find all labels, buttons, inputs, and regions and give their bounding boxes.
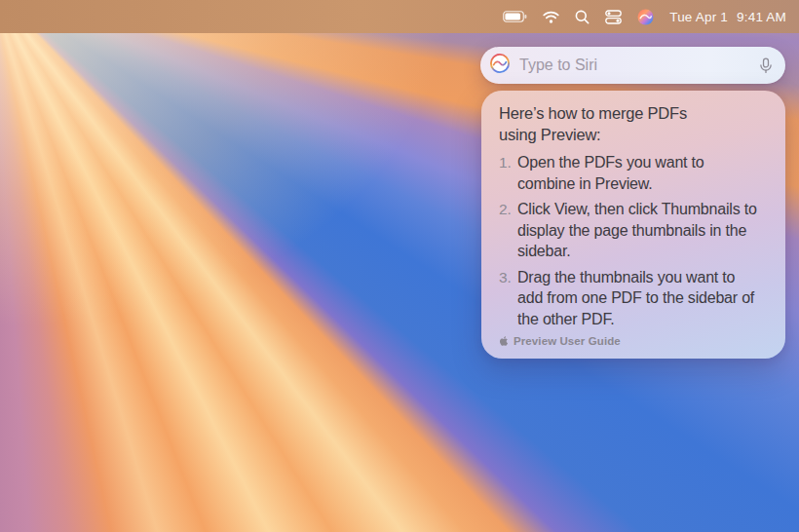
list-item: 2. Click View, then click Thumbnails to … [499,199,769,262]
menu-bar-date: Tue Apr 1 [669,10,728,24]
step-number: 2. [499,199,517,262]
menu-bar-time: 9:41 AM [737,10,786,24]
spotlight-search-icon[interactable] [575,10,590,24]
list-item: 3. Drag the thumbnails you want to add f… [499,267,769,330]
list-item: 1. Open the PDFs you want to combine in … [499,152,769,194]
siri-icon[interactable] [637,9,654,25]
siri-response-card: Here’s how to merge PDFs using Preview: … [481,91,785,359]
siri-text-input[interactable] [519,57,748,74]
step-text: Click View, then click Thumbnails to dis… [517,199,769,262]
card-steps: 1. Open the PDFs you want to combine in … [499,152,769,329]
desktop: Tue Apr 1 9:41 AM [0,0,799,532]
card-title: Here’s how to merge PDFs using Preview: [499,103,769,145]
step-text: Drag the thumbnails you want to add from… [517,267,769,330]
microphone-icon [757,56,775,76]
step-number: 3. [499,267,517,330]
source-label: Preview User Guide [514,335,621,347]
menu-bar: Tue Apr 1 9:41 AM [0,0,799,33]
menu-bar-clock[interactable]: Tue Apr 1 9:41 AM [669,10,786,24]
control-center-icon[interactable] [605,10,622,24]
battery-icon[interactable] [503,11,527,22]
wifi-icon[interactable] [543,11,559,23]
siri-input-bar[interactable] [480,47,785,84]
siri-icon [489,53,511,78]
step-text: Open the PDFs you want to combine in Pre… [517,152,769,194]
apple-logo-icon [499,335,509,347]
step-number: 1. [499,152,517,194]
microphone-button[interactable] [757,56,775,76]
source-link[interactable]: Preview User Guide [499,335,769,347]
